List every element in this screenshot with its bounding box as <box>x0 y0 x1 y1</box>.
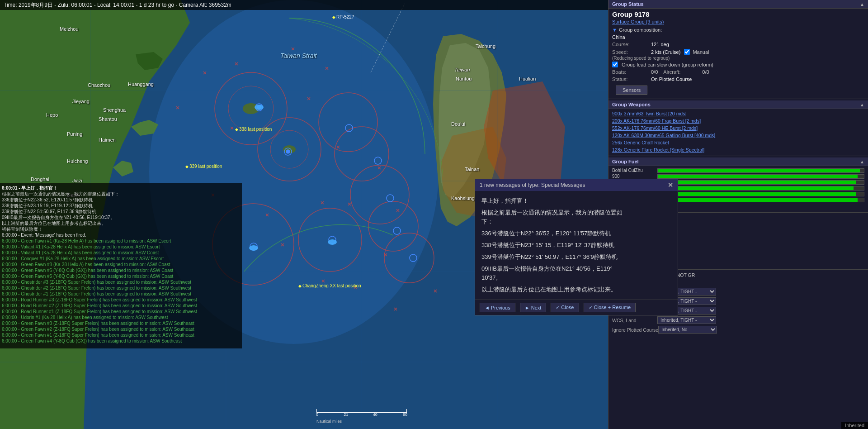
fuel-row-1: 900 <box>612 174 864 179</box>
weapon-4[interactable]: 256x Generic Chaff Rocket <box>612 139 864 146</box>
marker-339: ◆ 339 last position <box>185 164 222 169</box>
popup-prev-button[interactable]: ◄ Previous <box>480 303 515 312</box>
status-value: On Plotted Course <box>651 76 692 82</box>
fuel-bar-container-3 <box>657 186 864 191</box>
log-line: 6:00:00 - Green Fawn #1 (Z-18FQ Super Fr… <box>2 332 240 338</box>
group-name: Group 9178 <box>609 9 868 19</box>
group-fuel-collapse[interactable]: ▲ <box>860 159 864 164</box>
group-lead-row: Group lead can slow down (group reform) <box>609 61 868 68</box>
popup-footer: ◄ Previous ► Next ✓ Close ✓ Close + Resu… <box>475 300 678 315</box>
fuel-bar-5 <box>658 198 858 202</box>
log-line: 6:00:00 - Road Runner #3 (Z-18FQ Super F… <box>2 297 240 303</box>
popup-body-line: 以上潜艇的最后方位已在地图上用参考点标记出来。 <box>481 285 671 294</box>
log-line: 6:00:00 - Green Fawn #4 (Y-8Q Cub (GX)) … <box>2 338 240 344</box>
popup-title-bar: 1 new messages of type: Special Messages… <box>475 179 678 191</box>
weapons-list: 900x 37mm/63 Twin Burst [20 mds] 200x AK… <box>609 109 868 154</box>
weapon-5[interactable]: 128x Generic Flare Rocket [Single Spectr… <box>612 146 864 153</box>
log-line: 6:00:00 - Udorin #1 (Ka-28 Helix A) has … <box>2 315 240 320</box>
ignore-plotted-select[interactable]: Inherited, No <box>658 326 717 334</box>
speed-note: (Reducing speed to regroup) <box>609 56 868 61</box>
svg-point-68 <box>249 245 258 251</box>
speed-label: Speed: <box>612 49 648 55</box>
course-row: Course: 121 deg <box>609 41 868 48</box>
marker-changzheng: ◆ ChangZheng XX last position <box>298 283 361 288</box>
group-status-title: Group Status <box>612 1 644 7</box>
svg-point-66 <box>255 105 264 110</box>
manual-checkbox[interactable] <box>684 49 690 55</box>
popup-close-button[interactable]: ✓ Close <box>551 303 579 312</box>
group-weapons-collapse[interactable]: ▲ <box>860 102 864 107</box>
wcs-land-row: WCS, Land Inherited, TIGHT - <box>610 315 866 325</box>
country-name: China <box>609 33 868 41</box>
popup-body-line: 09IIIB最后一次报告自身方位在N21° 40'56，E119° <box>481 264 671 273</box>
group-status-header: Group Status ▲ <box>609 0 868 9</box>
course-value: 121 deg <box>651 42 669 47</box>
popup-close-icon[interactable]: ✕ <box>668 181 673 189</box>
surface-group-link[interactable]: Surface Group (9 units) <box>609 19 868 26</box>
boats-value: 0/0 <box>651 69 658 75</box>
log-line: 6:00:01 - 早上好，指挥官！ <box>2 185 240 191</box>
group-weapons-header: Group Weapons ▲ <box>609 100 868 109</box>
log-line: 6:00:00 - Green Fawn #5 (Y-8Q Cub (GX)) … <box>2 273 240 279</box>
log-line: 09IIIB最后一次报告自身方位在N21-40:56, E119:10:37。 <box>2 214 240 220</box>
sensors-button[interactable]: Sensors <box>616 86 647 95</box>
aircraft-value: 0/0 <box>702 69 709 75</box>
log-line: 祈祷宝剑斩妖除魔！ <box>2 226 240 232</box>
log-line: 6:00:00 - Ghostrider #1 (Z-18FQ Super Fr… <box>2 291 240 297</box>
weapon-1[interactable]: 200x AK-176 76mm/60 Frag Burst [2 mds] <box>612 117 864 124</box>
group-lead-label: Group lead can slow down (group reform) <box>622 62 713 67</box>
weapon-3[interactable]: 120x AK-630M 30mm/65 Gatling Burst [400 … <box>612 132 864 139</box>
log-line: 6:00:00 - Green Fawn #8 (Ka-28 Helix A) … <box>2 262 240 267</box>
marker-338: ◆ 338 last position <box>235 127 272 132</box>
group-lead-checkbox[interactable] <box>612 62 618 67</box>
top-bar: Time: 2019年8月9日 - Zulu: 06:00:01 - Local… <box>0 0 608 10</box>
scale-bar: 0 21 40 60 Nautical miles <box>316 409 407 424</box>
weapon-2[interactable]: 552x AK-176 76mm/60 HE Burst [2 mds] <box>612 124 864 132</box>
popup-body: 早上好，指挥官！根据之前最后一次通讯的情况显示，我方的潜艇位置如下：336号潜艇… <box>475 191 678 300</box>
fuel-bar-container-5 <box>657 198 864 202</box>
log-line: 根据之前最后一次通讯的情况显示，我方的潜艇位置如下： <box>2 191 240 197</box>
fuel-bar-4 <box>658 192 856 196</box>
time-display: Time: 2019年8月9日 - Zulu: 06:00:01 - Local… <box>4 1 231 9</box>
fuel-bar-2 <box>658 181 856 184</box>
log-line: 6:00:00 - Ghostrider #3 (Z-18FQ Super Fr… <box>2 279 240 285</box>
speed-value: 2 kts (Cruise) <box>651 49 680 55</box>
log-line: 6:00:00 - Ghostrider #2 (Z-18FQ Super Fr… <box>2 285 240 291</box>
popup-body-line: 下： <box>481 217 671 226</box>
log-line: 6:00:00 - Valiant #1 (Ka-28 Helix A) has… <box>2 250 240 256</box>
fuel-bar-3 <box>658 186 854 190</box>
popup-close-resume-button[interactable]: ✓ Close + Resume <box>584 303 636 312</box>
log-line: 338潜艇位于N23-15:19, E119-12:37静默待机 <box>2 203 240 209</box>
course-label: Course: <box>612 42 648 47</box>
log-line: 6:00:00 - Valiant #1 (Ka-28 Helix A) has… <box>2 244 240 250</box>
popup-body-line: 339号潜艇位于N22° 51' 50.97，E117° 36'9静默待机 <box>481 253 671 262</box>
group-fuel-header: Group Fuel ▲ <box>609 157 868 166</box>
fuel-label-1: 900 <box>612 174 657 179</box>
fuel-row-0: BohHai CuiZhu <box>612 168 864 173</box>
ignore-plotted-row: Ignore Plotted Course Inherited, No <box>610 325 866 334</box>
log-line: 6:00:00 - Green Fawn #1 (Ka-28 Helix A) … <box>2 238 240 244</box>
log-line: 6:00:00 - Green Fawn #3 (Z-18FQ Super Fr… <box>2 320 240 326</box>
wcs-land-select[interactable]: Inherited, TIGHT - <box>657 316 716 324</box>
fuel-bar-container-2 <box>657 180 864 185</box>
group-status-collapse[interactable]: ▲ <box>860 2 864 7</box>
log-line: 6:00:00 - Green Fawn #5 (Y-8Q Cub (GX)) … <box>2 267 240 273</box>
log-line: 6:00:00 - Road Runner #2 (Z-18FQ Super F… <box>2 303 240 309</box>
inherited-badge: Inherited <box>841 422 868 429</box>
popup-body-line: 336号潜艇位于N22° 36'52，E120° 11'57静默待机 <box>481 229 671 238</box>
log-line: 6:00:00 - Conquer #1 (Ka-28 Helix A) has… <box>2 256 240 262</box>
composition-label: Group composition: <box>619 27 662 33</box>
aircraft-label: Aircraft: <box>663 69 699 75</box>
weapon-0[interactable]: 900x 37mm/63 Twin Burst [20 mds] <box>612 110 864 117</box>
popup-next-button[interactable]: ► Next <box>520 303 547 312</box>
group-weapons-title: Group Weapons <box>612 102 651 107</box>
status-row: Status: On Plotted Course <box>609 76 868 83</box>
wcs-land-label: WCS, Land <box>612 318 657 323</box>
popup-body-line: 10'37。 <box>481 273 671 282</box>
marker-rp5227: ◆ RP-5227 <box>332 14 354 19</box>
fuel-bar-0 <box>658 169 860 172</box>
popup-title: 1 new messages of type: Special Messages <box>480 182 585 188</box>
fuel-bar-container-0 <box>657 168 864 173</box>
boats-label: Boats: <box>612 69 648 75</box>
popup-body-line: 根据之前最后一次通讯的情况显示，我方的潜艇位置如 <box>481 208 671 217</box>
